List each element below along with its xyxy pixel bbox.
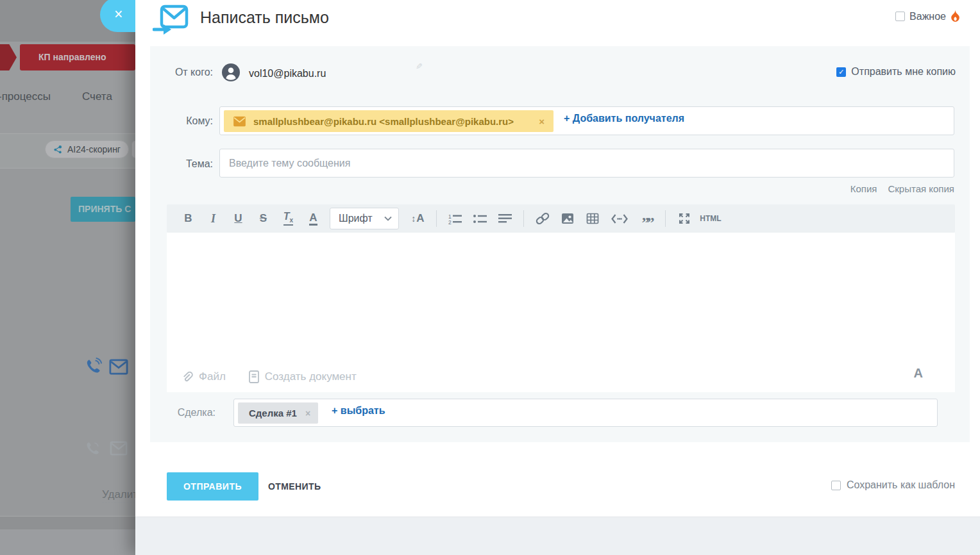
table-button[interactable] (580, 204, 605, 233)
image-icon (561, 212, 574, 225)
ai24-scoring-pill[interactable]: AI24-скоринг (45, 140, 129, 158)
recipient-chip[interactable]: smallplushbear@pikabu.ru <smallplushbear… (224, 110, 553, 132)
subject-field-box (219, 149, 954, 178)
text-color-letter: A (309, 212, 317, 226)
editor-toolbar: B I U S Tx A Шрифт ↕ A (167, 204, 955, 233)
close-icon: × (114, 7, 122, 22)
background-page: КП направлено -процессы Счета AI24-скори… (0, 0, 135, 555)
text-color-button[interactable]: A (301, 204, 326, 233)
page-title: Написать письмо (200, 8, 329, 27)
to-label: Кому: (150, 115, 213, 127)
fullscreen-icon (678, 212, 691, 225)
cancel-button[interactable]: ОТМЕНИТЬ (268, 481, 321, 492)
fullscreen-button[interactable] (672, 204, 697, 233)
size-letter: A (416, 212, 424, 225)
link-button[interactable] (530, 204, 555, 233)
clear-format-button[interactable]: Tx (276, 204, 301, 233)
ordered-list-button[interactable]: 12 (443, 204, 468, 233)
toolbar-separator (523, 210, 524, 227)
bullet-list-icon (473, 213, 487, 224)
save-template-label: Сохранить как шаблон (847, 479, 955, 491)
bold-button[interactable]: B (176, 204, 201, 233)
deal-label: Сделка: (150, 407, 215, 418)
toolbar-separator (436, 210, 437, 227)
save-template-toggle[interactable]: Сохранить как шаблон (831, 479, 955, 491)
important-checkbox[interactable] (895, 12, 905, 21)
clear-format-t: T (283, 211, 290, 222)
link-icon (536, 211, 550, 226)
deal-stage-banner[interactable]: КП направлено (20, 44, 135, 70)
send-button[interactable]: ОТПРАВИТЬ (167, 472, 258, 501)
image-button[interactable] (555, 204, 580, 233)
document-icon (249, 370, 259, 383)
ai24-scoring-label: AI24-скоринг (67, 144, 121, 154)
size-arrows-icon: ↕ (411, 213, 416, 224)
compose-email-panel: Написать письмо Важное От кого: vol10@pi… (135, 0, 980, 555)
signature-button[interactable]: A (914, 366, 923, 381)
quote-button[interactable]: ”” (634, 204, 659, 233)
remove-recipient-icon[interactable]: × (539, 116, 545, 127)
message-body-editor[interactable]: Файл Создать документ A (167, 233, 955, 392)
attach-file-label: Файл (199, 370, 226, 383)
avatar (222, 63, 240, 81)
align-button[interactable] (493, 204, 518, 233)
bcc-link[interactable]: Скрытая копия (888, 183, 954, 194)
svg-text:2: 2 (448, 219, 452, 224)
delete-link[interactable]: Удалит (102, 488, 135, 503)
compose-mail-icon (153, 4, 189, 36)
phone-icon[interactable] (84, 440, 101, 457)
accept-button[interactable]: ПРИНЯТЬ С (71, 197, 135, 222)
cc-link[interactable]: Копия (850, 183, 877, 194)
align-icon (498, 213, 512, 224)
create-document-label: Создать документ (265, 370, 357, 383)
create-document-button[interactable]: Создать документ (249, 370, 357, 383)
screen: КП направлено -процессы Счета AI24-скори… (0, 0, 980, 555)
important-toggle[interactable]: Важное (895, 10, 960, 22)
mail-icon[interactable] (110, 441, 128, 456)
flame-icon (950, 10, 960, 22)
toolbar-separator (665, 210, 666, 227)
quote-icon: ”” (642, 215, 652, 222)
save-template-checkbox[interactable] (831, 481, 841, 490)
background-tab-invoices[interactable]: Счета (82, 90, 112, 103)
background-footer-area (0, 529, 135, 555)
add-recipient-link[interactable]: + Добавить получателя (564, 113, 684, 124)
clear-format-x: x (290, 217, 294, 224)
from-label: От кого: (150, 67, 213, 78)
panel-footer-strip (135, 517, 980, 555)
table-icon (586, 212, 599, 225)
mail-icon[interactable] (109, 359, 128, 375)
molecule-icon (53, 145, 63, 154)
ordered-list-icon: 12 (448, 213, 462, 224)
send-me-copy-label: Отправить мне копию (851, 66, 956, 78)
background-tab-processes[interactable]: -процессы (0, 90, 51, 103)
remove-deal-icon[interactable]: × (305, 408, 310, 418)
chevron-down-icon (384, 216, 392, 221)
html-mode-button[interactable]: HTML (697, 204, 725, 233)
underline-button[interactable]: U (226, 204, 251, 233)
font-family-select[interactable]: Шрифт (330, 208, 399, 229)
recipient-address: smallplushbear@pikabu.ru <smallplushbear… (253, 116, 514, 127)
attach-file-button[interactable]: Файл (181, 370, 226, 383)
edit-pencil-icon[interactable]: ✎ (416, 62, 423, 71)
background-divider-band (0, 516, 135, 529)
strikethrough-button[interactable]: S (251, 204, 276, 233)
phone-icon[interactable] (84, 357, 103, 376)
deal-chip-label: Сделка #1 (249, 408, 297, 418)
send-me-copy-checkbox[interactable]: ✓ (836, 67, 846, 77)
slider-close-button[interactable]: × (100, 0, 135, 32)
code-button[interactable] (605, 204, 634, 233)
deal-chip[interactable]: Сделка #1 × (238, 402, 318, 424)
italic-button[interactable]: I (201, 204, 226, 233)
subject-label: Тема: (150, 158, 213, 170)
send-me-copy-toggle[interactable]: ✓ Отправить мне копию (836, 66, 956, 78)
deal-field[interactable]: Сделка #1 × + выбрать (233, 399, 938, 427)
mail-icon (233, 116, 246, 127)
paperclip-icon (181, 371, 193, 383)
to-field[interactable]: smallplushbear@pikabu.ru <smallplushbear… (219, 106, 954, 135)
from-email[interactable]: vol10@pikabu.ru (249, 68, 326, 79)
font-size-button[interactable]: ↕ A (405, 204, 430, 233)
subject-input[interactable] (220, 149, 954, 177)
bullet-list-button[interactable] (468, 204, 493, 233)
choose-deal-link[interactable]: + выбрать (332, 405, 385, 417)
